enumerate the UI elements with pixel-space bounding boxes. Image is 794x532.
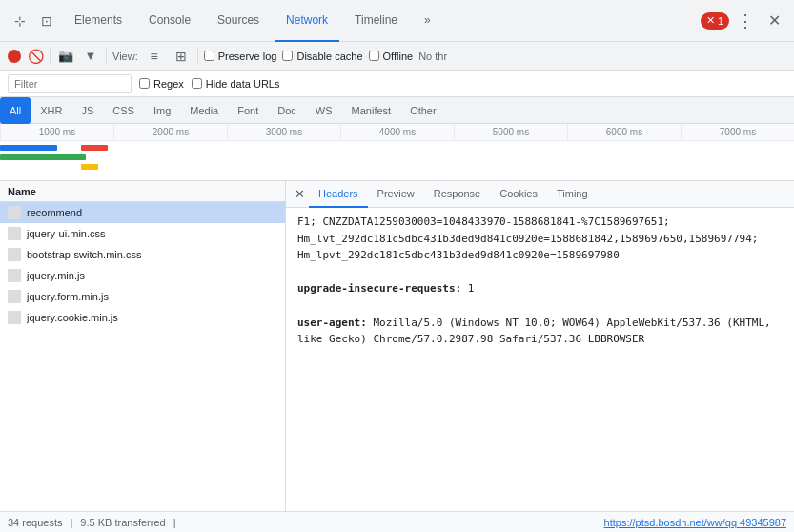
filter-other[interactable]: Other	[400, 97, 446, 124]
header-value: Mozilla/5.0 (Windows NT 10.0; WOW64) App…	[297, 317, 771, 346]
filter-doc[interactable]: Doc	[268, 97, 306, 124]
file-item[interactable]: bootstrap-switch.min.css	[0, 244, 285, 265]
timeline-bar	[81, 164, 98, 170]
file-icon	[8, 206, 21, 219]
detail-panel: ✕ Headers Preview Response Cookies Timin…	[286, 181, 794, 511]
file-name: recommend	[27, 207, 82, 218]
filter-media[interactable]: Media	[180, 97, 228, 124]
regex-label[interactable]: Regex	[139, 78, 184, 90]
tab-elements[interactable]: Elements	[63, 0, 133, 42]
filter-css[interactable]: CSS	[103, 97, 144, 124]
filter-xhr[interactable]: XHR	[31, 97, 71, 124]
detail-content: F1; CNZZDATA1259030003=1048433970-158868…	[286, 208, 794, 511]
main-area: Name recommendjquery-ui.min.cssbootstrap…	[0, 181, 794, 511]
ruler-mark-1: 1000 ms	[0, 124, 113, 140]
error-badge[interactable]: ✕ 1	[701, 12, 729, 30]
close-detail-button[interactable]: ✕	[290, 187, 309, 201]
timeline-bar	[0, 145, 57, 151]
header-row: upgrade-insecure-requests: 1	[297, 280, 783, 297]
view-list-button[interactable]: ≡	[144, 46, 165, 67]
offline-checkbox[interactable]	[369, 51, 379, 61]
filter-font[interactable]: Font	[228, 97, 268, 124]
preserve-log-checkbox[interactable]	[204, 51, 214, 61]
divider2	[106, 48, 107, 65]
preserve-log-label[interactable]: Preserve log	[204, 51, 277, 62]
tab-network[interactable]: Network	[275, 0, 339, 42]
throttle-selector[interactable]: No thr	[418, 51, 447, 62]
timeline-bar	[81, 145, 108, 151]
tab-console[interactable]: Console	[137, 0, 202, 42]
status-url[interactable]: https://ptsd.bosdn.net/ww/qq 49345987	[604, 517, 786, 528]
filter-manifest[interactable]: Manifest	[342, 97, 401, 124]
file-list-header: Name	[0, 181, 285, 202]
ruler-mark-2: 2000 ms	[113, 124, 227, 140]
type-filter-bar: All XHR JS CSS Img Media Font Doc WS Man…	[0, 97, 794, 124]
file-item[interactable]: recommend	[0, 202, 285, 223]
detail-tab-headers[interactable]: Headers	[309, 181, 368, 208]
regex-checkbox[interactable]	[139, 78, 150, 89]
ruler-mark-6: 6000 ms	[567, 124, 681, 140]
file-item[interactable]: jquery.form.min.js	[0, 286, 285, 307]
tab-timeline[interactable]: Timeline	[343, 0, 409, 42]
detail-tabs: ✕ Headers Preview Response Cookies Timin…	[286, 181, 794, 208]
filter-button[interactable]: ▼	[81, 47, 100, 66]
detail-tab-cookies[interactable]: Cookies	[490, 181, 547, 208]
filter-input[interactable]	[8, 74, 132, 93]
record-button[interactable]	[8, 50, 21, 63]
hide-urls-checkbox[interactable]	[192, 78, 202, 89]
more-options-button[interactable]: ⋮	[733, 9, 758, 33]
ruler-mark-5: 5000 ms	[454, 124, 567, 140]
divider3	[197, 48, 198, 65]
divider-pipe: |	[70, 517, 72, 528]
transferred-size: 9.5 KB transferred	[80, 517, 165, 528]
file-icon	[8, 227, 21, 240]
view-label: View:	[112, 51, 138, 62]
filter-img[interactable]: Img	[144, 97, 180, 124]
detail-tab-response[interactable]: Response	[424, 181, 491, 208]
status-bar: 34 requests | 9.5 KB transferred | https…	[0, 511, 794, 532]
disable-cache-checkbox[interactable]	[282, 51, 293, 61]
timeline-bars	[0, 141, 794, 181]
filter-all[interactable]: All	[0, 97, 31, 124]
file-name: jquery.form.min.js	[27, 291, 109, 302]
error-icon: ✕	[706, 14, 715, 27]
view-group-button[interactable]: ⊞	[171, 46, 192, 67]
screenshot-button[interactable]: 📷	[56, 47, 75, 66]
file-icon	[8, 269, 21, 282]
file-list-items: recommendjquery-ui.min.cssbootstrap-swit…	[0, 202, 285, 511]
file-item[interactable]: jquery.cookie.min.js	[0, 307, 285, 328]
timeline-bar	[0, 154, 86, 160]
divider-pipe2: |	[173, 517, 176, 528]
ruler-mark-4: 4000 ms	[340, 124, 454, 140]
devtools-tabs: ⊹ ⊡ Elements Console Sources Network Tim…	[0, 0, 794, 42]
filter-js[interactable]: JS	[71, 97, 103, 124]
responsive-icon[interactable]: ⊡	[34, 9, 59, 33]
ruler-mark-7: 7000 ms	[681, 124, 794, 140]
filter-ws[interactable]: WS	[306, 97, 342, 124]
detail-tab-timing[interactable]: Timing	[547, 181, 598, 208]
file-item[interactable]: jquery-ui.min.css	[0, 223, 285, 244]
divider	[50, 48, 51, 65]
header-name: upgrade-insecure-requests:	[297, 282, 461, 295]
filter-bar: Regex Hide data URLs	[0, 71, 794, 97]
file-name: bootstrap-switch.min.css	[27, 249, 141, 260]
file-icon	[8, 248, 21, 261]
offline-text: Offline	[383, 51, 414, 62]
hide-urls-label[interactable]: Hide data URLs	[192, 78, 280, 90]
offline-label[interactable]: Offline	[369, 51, 414, 62]
file-list: Name recommendjquery-ui.min.cssbootstrap…	[0, 181, 286, 511]
header-value: 1	[461, 282, 474, 295]
disable-cache-label[interactable]: Disable cache	[282, 51, 362, 62]
close-devtools-button[interactable]: ✕	[762, 9, 786, 33]
clear-button[interactable]: 🚫	[27, 48, 44, 65]
file-item[interactable]: jquery.min.js	[0, 265, 285, 286]
tab-more[interactable]: »	[413, 0, 442, 42]
cookie-text: F1; CNZZDATA1259030003=1048433970-158868…	[297, 214, 783, 264]
tab-sources[interactable]: Sources	[206, 0, 271, 42]
file-icon	[8, 311, 21, 324]
file-name: jquery-ui.min.css	[27, 228, 106, 239]
header-row: user-agent: Mozilla/5.0 (Windows NT 10.0…	[297, 315, 783, 348]
detail-tab-preview[interactable]: Preview	[368, 181, 424, 208]
network-toolbar: 🚫 📷 ▼ View: ≡ ⊞ Preserve log Disable cac…	[0, 42, 794, 71]
cursor-icon[interactable]: ⊹	[8, 9, 32, 33]
